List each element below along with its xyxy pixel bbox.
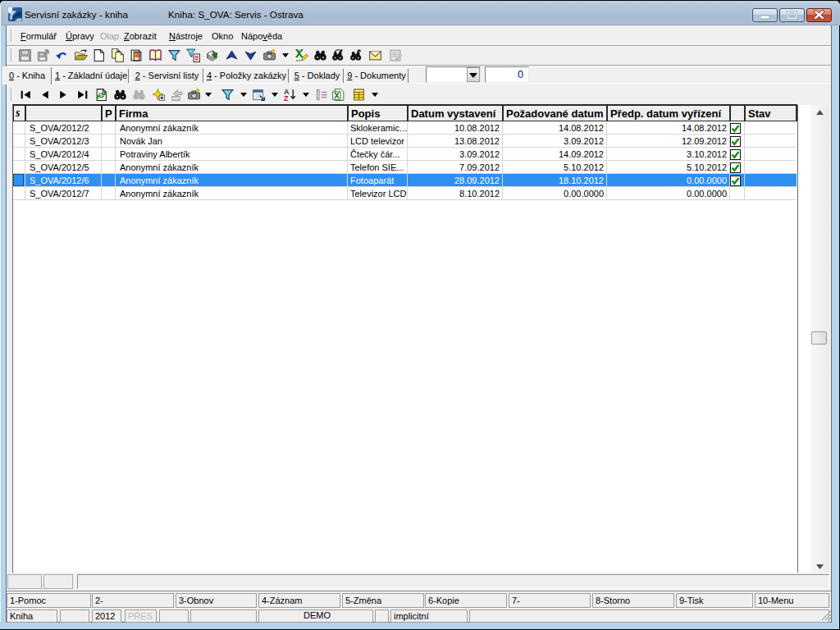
svg-text:Z: Z	[284, 94, 289, 102]
